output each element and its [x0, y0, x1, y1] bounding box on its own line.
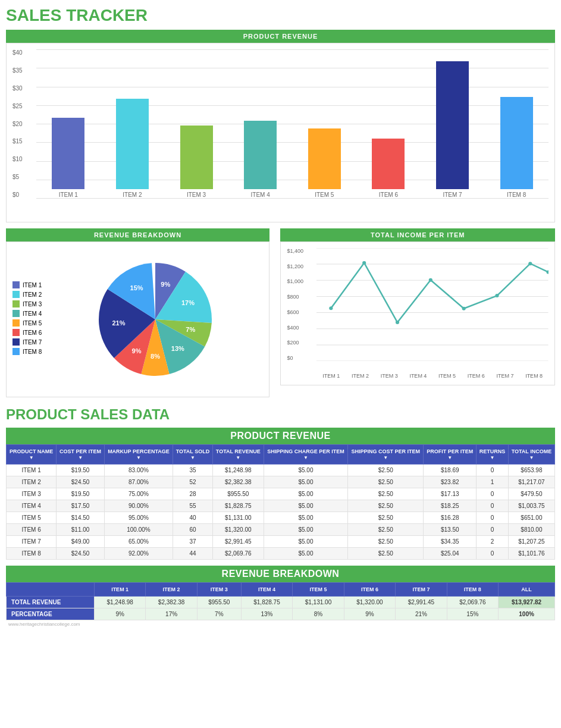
- total-income-header: TOTAL INCOME PER ITEM: [280, 228, 555, 241]
- legend-color5: [12, 319, 20, 327]
- table-cell: $2.50: [348, 524, 424, 536]
- pie-label-4: 13%: [171, 345, 184, 352]
- table-cell: 0: [477, 548, 509, 560]
- rb-pct-cell: 9%: [94, 608, 145, 620]
- th-shipping-cost: SHIPPING COST PER ITEM▼: [348, 445, 424, 465]
- table-cell: 83.00%: [104, 465, 173, 476]
- pie-label-5: 8%: [151, 353, 160, 360]
- table-cell: 65.00%: [104, 536, 173, 548]
- legend-color6: [12, 329, 20, 336]
- rb-th-item8: ITEM 8: [447, 583, 498, 597]
- table-cell: 35: [173, 465, 213, 476]
- pie-label-8: 15%: [130, 284, 143, 291]
- table-cell: 75.00%: [104, 488, 173, 500]
- th-total-revenue: TOTAL REVENUE▼: [212, 445, 264, 465]
- line-dot5: [462, 307, 466, 310]
- table-cell: ITEM 2: [7, 476, 57, 488]
- bar-item4: ITEM 4: [228, 121, 293, 198]
- line-chart-area: $1,400 $1,200 $1,000 $800 $600 $400 $200…: [287, 248, 549, 379]
- legend-color8: [12, 348, 20, 355]
- product-table-section: PRODUCT REVENUE PRODUCT NAME▼ COST PER I…: [6, 428, 555, 560]
- table-cell: 60: [173, 524, 213, 536]
- bar-item4-label: ITEM 4: [251, 192, 270, 198]
- bar-item2-label: ITEM 2: [123, 192, 142, 198]
- table-cell: $18.25: [424, 500, 477, 512]
- product-revenue-section: PRODUCT REVENUE $40 $35 $30 $25 $20 $15 …: [6, 30, 555, 222]
- rb-pct-cell: 100%: [499, 608, 555, 620]
- bar-item5-label: ITEM 5: [315, 192, 334, 198]
- pie-label-3: 7%: [186, 326, 195, 333]
- legend-item6: ITEM 6: [12, 329, 42, 336]
- table-cell: $5.00: [264, 488, 347, 500]
- line-y-800: $800: [287, 294, 316, 300]
- rb-revenue-cell: $2,382.38: [146, 597, 197, 608]
- table-cell: $5.00: [264, 536, 347, 548]
- th-returns: RETURNS▼: [477, 445, 509, 465]
- table-header-row: PRODUCT NAME▼ COST PER ITEM▼ MARKUP PERC…: [7, 445, 555, 465]
- table-cell: $5.00: [264, 500, 347, 512]
- table-row: ITEM 8$24.5092.00%44$2,069.76$5.00$2.50$…: [7, 548, 555, 560]
- table-cell: ITEM 8: [7, 548, 57, 560]
- legend-label7: ITEM 7: [23, 339, 42, 346]
- table-cell: $17.50: [57, 500, 105, 512]
- table-cell: $2.50: [348, 476, 424, 488]
- pie-chart-container: ITEM 1 ITEM 2 ITEM 3 ITEM 4: [6, 241, 269, 397]
- rb-pct-cell: 21%: [396, 608, 447, 620]
- table-cell: $19.50: [57, 488, 105, 500]
- table-cell: 44: [173, 548, 213, 560]
- legend-color2: [12, 291, 20, 298]
- bar-item8-rect: [500, 97, 533, 189]
- table-cell: 90.00%: [104, 500, 173, 512]
- table-cell: $955.50: [212, 488, 264, 500]
- th-profit-per-item: PROFIT PER ITEM▼: [424, 445, 477, 465]
- table-cell: $34.35: [424, 536, 477, 548]
- rb-pct-cell: 13%: [241, 608, 292, 620]
- line-y-600: $600: [287, 309, 316, 315]
- table-cell: 37: [173, 536, 213, 548]
- rb-th-item2: ITEM 2: [146, 583, 197, 597]
- legend-label6: ITEM 6: [23, 330, 42, 336]
- table-cell: $24.50: [57, 476, 105, 488]
- pie-chart-area: ITEM 1 ITEM 2 ITEM 3 ITEM 4: [12, 248, 263, 391]
- rb-total-revenue-label: TOTAL REVENUE: [7, 597, 95, 608]
- bar-item2: ITEM 2: [101, 99, 165, 199]
- line-y-axis: $1,400 $1,200 $1,000 $800 $600 $400 $200…: [287, 248, 316, 361]
- th-shipping-charge: SHIPPING CHARGE PER ITEM▼: [264, 445, 347, 465]
- rb-th-item7: ITEM 7: [396, 583, 447, 597]
- y-label-15: $15: [12, 138, 36, 145]
- table-cell: $2.50: [348, 488, 424, 500]
- y-label-40: $40: [12, 49, 36, 56]
- product-table: PRODUCT NAME▼ COST PER ITEM▼ MARKUP PERC…: [6, 444, 555, 560]
- table-cell: $5.00: [264, 465, 347, 476]
- bar-item1-rect: [52, 118, 84, 189]
- bar-item7-label: ITEM 7: [443, 192, 462, 198]
- line-y-0: $0: [287, 355, 316, 361]
- rb-revenue-cell: $955.50: [197, 597, 241, 608]
- pie-section: REVENUE BREAKDOWN ITEM 1 ITEM 2: [6, 228, 269, 397]
- th-total-sold: TOTAL SOLD▼: [173, 445, 213, 465]
- line-x-item4: ITEM 4: [409, 373, 427, 379]
- table-cell: 0: [477, 500, 509, 512]
- revenue-breakdown-section: REVENUE BREAKDOWN ITEM 1 ITEM 2 ITEM 3 I…: [6, 566, 555, 628]
- table-cell: $1,320.00: [212, 524, 264, 536]
- bar-item7: ITEM 7: [421, 61, 485, 198]
- line-dot1: [330, 306, 333, 310]
- line-chart-container: $1,400 $1,200 $1,000 $800 $600 $400 $200…: [280, 241, 555, 385]
- line-x-item1: ITEM 1: [322, 373, 340, 379]
- rb-th-item5: ITEM 5: [293, 583, 344, 597]
- table-cell: $23.82: [424, 476, 477, 488]
- bar-item5-rect: [308, 128, 341, 190]
- page: SALES TRACKER PRODUCT REVENUE $40 $35 $3…: [0, 0, 561, 634]
- product-table-header: PRODUCT REVENUE: [6, 428, 555, 444]
- line-x-item3: ITEM 3: [381, 373, 398, 379]
- line-dot3: [396, 321, 399, 324]
- table-cell: 0: [477, 465, 509, 476]
- table-cell: $2.50: [348, 500, 424, 512]
- product-revenue-header: PRODUCT REVENUE: [6, 30, 555, 43]
- rb-th-empty: [7, 583, 95, 597]
- legend-color1: [12, 281, 20, 288]
- bar-item8: ITEM 8: [484, 97, 549, 198]
- pie-legend: ITEM 1 ITEM 2 ITEM 3 ITEM 4: [12, 281, 42, 357]
- bar-item3-rect: [180, 125, 213, 190]
- legend-item5: ITEM 5: [12, 319, 42, 327]
